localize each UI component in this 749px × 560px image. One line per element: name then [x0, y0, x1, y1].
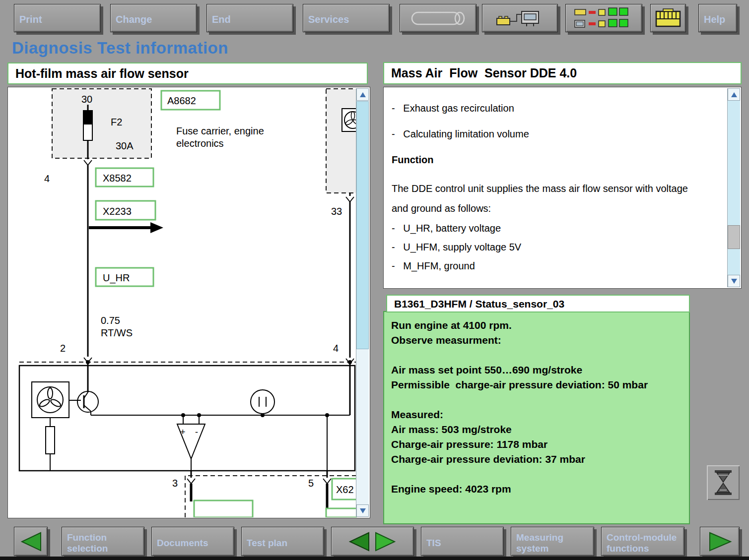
measuring-system-button[interactable]: Measuring system — [511, 527, 594, 556]
hose-icon — [406, 8, 471, 29]
diagram-scroll-thumb[interactable] — [356, 101, 369, 349]
left-panel-header: Hot-film mass air flow sensor — [7, 62, 368, 84]
nav-forward-button[interactable] — [700, 527, 740, 556]
info-panel: - Exhaust gas recirculation - Calculatin… — [383, 87, 742, 289]
diagram-fuse-name: F2 — [111, 117, 122, 127]
connector-tool-button[interactable] — [650, 4, 686, 32]
info-heading-function: Function — [392, 154, 722, 166]
diagram-pin-5: 5 — [308, 478, 314, 489]
diagram-scroll-up-icon[interactable] — [356, 88, 369, 101]
info-line: - U_HFM, supply voltage 5V — [392, 241, 722, 253]
diagram-pin-33: 33 — [331, 206, 342, 217]
diagram-pin-4-right: 4 — [333, 343, 339, 354]
tis-button[interactable]: TIS — [421, 527, 504, 556]
opamp-minus-sign: - — [195, 427, 198, 437]
result-line — [391, 392, 682, 407]
result-line — [391, 348, 682, 363]
right-component-box — [326, 89, 357, 193]
info-scroll-down-icon[interactable] — [728, 275, 740, 287]
test-plan-button[interactable]: Test plan — [241, 527, 324, 556]
result-line: Observe measurment: — [391, 333, 682, 348]
component-status-icon — [572, 6, 636, 30]
diagram-label-x62: X62 — [336, 484, 354, 495]
info-line: The DDE control unit supplies the mass a… — [392, 183, 722, 194]
control-unit-box — [19, 366, 355, 471]
info-line: - M_HFM, ground — [392, 260, 722, 272]
opamp-plus-sign: + — [180, 427, 186, 437]
diagram-scroll-down-icon[interactable] — [356, 504, 369, 517]
result-line: Air mass set point 550…690 mg/stroke — [391, 363, 682, 377]
diagram-wire-color: RT/WS — [101, 327, 133, 338]
busy-indicator — [707, 465, 740, 500]
wiring-diagram-panel: 30 F2 30A A8682 Fuse carrier, engine ele… — [7, 87, 370, 518]
wiring-diagram: 30 F2 30A A8682 Fuse carrier, engine ele… — [8, 88, 357, 517]
diagram-pin-2: 2 — [60, 343, 66, 354]
meter-symbol — [251, 390, 274, 414]
fuse-carrier-caption-1: Fuse carrier, engine — [176, 125, 264, 136]
info-line: - Calculating limitation volume — [392, 128, 722, 140]
measurement-result-box: Run engine at 4100 rpm. Observe measurme… — [383, 311, 690, 524]
measuring-devices-button[interactable] — [482, 4, 558, 32]
info-scroll-up-icon[interactable] — [728, 88, 740, 101]
change-button[interactable]: Change — [110, 4, 197, 32]
diagram-label-x2233: X2233 — [103, 206, 132, 217]
page-title: Diagnosis Test information — [12, 39, 228, 58]
bottom-edge — [0, 557, 749, 560]
result-line: Measured: — [391, 407, 682, 422]
resistor-symbol — [46, 427, 55, 454]
component-status-button[interactable] — [565, 4, 642, 32]
diagram-scrollbar[interactable] — [356, 88, 369, 517]
result-line: Air mass: 503 mg/stroke — [391, 422, 682, 437]
diagram-pin-3: 3 — [172, 478, 178, 489]
info-text: - Exhaust gas recirculation - Calculatin… — [384, 87, 726, 288]
control-module-functions-button[interactable]: Control-module functions — [601, 527, 684, 556]
diagram-wire-gauge: 0.75 — [101, 315, 120, 326]
right-panel-header: Mass Air Flow Sensor DDE 4.0 — [383, 62, 742, 84]
connector-label-bottom — [194, 500, 253, 517]
print-button[interactable]: Print — [14, 4, 101, 32]
result-line: Charge-air pressure deviation: 37 mbar — [391, 452, 682, 467]
info-scrollbar[interactable] — [727, 88, 740, 287]
info-line: and ground as follows: — [392, 202, 722, 214]
hourglass-icon — [712, 469, 734, 496]
documents-button[interactable]: Documents — [151, 527, 234, 556]
diagram-label-a8682: A8682 — [167, 95, 196, 106]
status-header: B1361_D3HFM / Status_sensor_03 — [386, 295, 690, 312]
diagram-label-uhr: U_HR — [103, 272, 130, 284]
page-prev-next-button[interactable] — [331, 527, 414, 556]
measuring-devices-icon — [493, 7, 547, 29]
result-line — [391, 467, 682, 482]
fuse-carrier-caption-2: electronics — [176, 138, 224, 149]
info-line: - U_HR, battery voltage — [392, 222, 722, 234]
diagram-pin-4-left: 4 — [44, 173, 50, 184]
end-button[interactable]: End — [206, 4, 293, 32]
result-line: Charge-air pressure: 1178 mbar — [391, 437, 682, 452]
arrow-right-icon — [705, 531, 735, 553]
result-line: Engine speed: 4023 rpm — [391, 482, 682, 497]
arrow-left-icon — [18, 531, 44, 553]
result-line: Run engine at 4100 rpm. — [391, 318, 682, 333]
connector-icon — [654, 7, 682, 29]
fuse-carrier-box — [52, 89, 151, 158]
page-previous-icon — [350, 533, 369, 551]
diagram-fuse-rating: 30A — [116, 140, 134, 151]
services-button[interactable]: Services — [303, 4, 390, 32]
nav-back-button[interactable] — [14, 527, 48, 556]
diagram-terminal-30: 30 — [81, 94, 92, 105]
diagram-label-x8582: X8582 — [103, 173, 132, 184]
page-next-icon — [376, 533, 395, 551]
info-line: - Exhaust gas recirculation — [392, 102, 722, 114]
info-scroll-thumb[interactable] — [728, 225, 740, 249]
function-selection-button[interactable]: Function selection — [62, 527, 144, 556]
hose-tool-button[interactable] — [400, 4, 477, 32]
help-button[interactable]: Help — [698, 4, 737, 32]
result-line: Permissible charge-air pressure deviatio… — [391, 377, 682, 392]
